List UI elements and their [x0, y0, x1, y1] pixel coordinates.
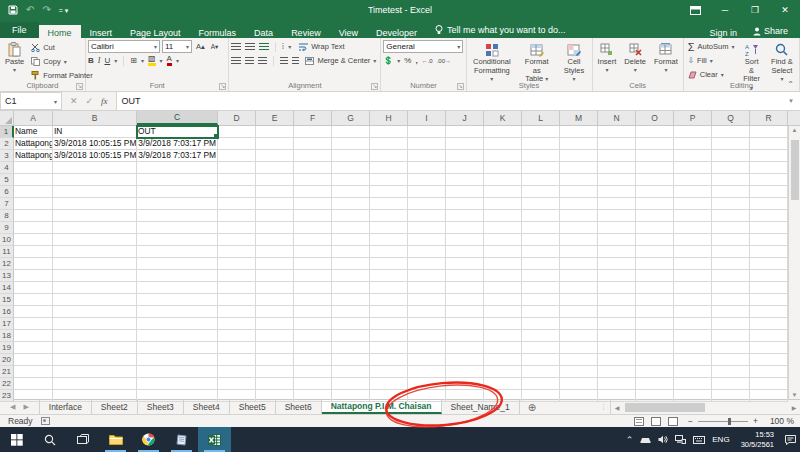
cell-Q14[interactable]: [712, 282, 750, 294]
row-header-17[interactable]: 17: [0, 318, 14, 330]
autosum-button[interactable]: ΣAutoSum▾: [686, 40, 737, 53]
cell-F2[interactable]: [294, 138, 332, 150]
cell-E14[interactable]: [256, 282, 294, 294]
cell-C1[interactable]: OUT: [137, 126, 218, 138]
cell-L22[interactable]: [522, 378, 560, 390]
cell-D14[interactable]: [218, 282, 256, 294]
column-header-G[interactable]: G: [332, 111, 370, 125]
decrease-decimal-icon[interactable]: .00→: [437, 58, 451, 64]
cell-N19[interactable]: [598, 342, 636, 354]
row-header-16[interactable]: 16: [0, 306, 14, 318]
cell-J21[interactable]: [446, 366, 484, 378]
cell-L14[interactable]: [522, 282, 560, 294]
cell-J7[interactable]: [446, 198, 484, 210]
cell-C11[interactable]: [137, 246, 218, 258]
cell-K5[interactable]: [484, 174, 522, 186]
cell-G2[interactable]: [332, 138, 370, 150]
cell-styles-button[interactable]: Cell Styles ▾: [558, 40, 589, 85]
cell-E9[interactable]: [256, 222, 294, 234]
cell-F8[interactable]: [294, 210, 332, 222]
cell-H20[interactable]: [370, 354, 408, 366]
cell-P22[interactable]: [674, 378, 712, 390]
speaker-icon[interactable]: [658, 435, 668, 444]
cell-Q1[interactable]: [712, 126, 750, 138]
cell-P19[interactable]: [674, 342, 712, 354]
cell-F10[interactable]: [294, 234, 332, 246]
cell-P15[interactable]: [674, 294, 712, 306]
cell-L11[interactable]: [522, 246, 560, 258]
name-box[interactable]: C1 ▾: [0, 92, 62, 110]
cell-I12[interactable]: [408, 258, 446, 270]
row-header-13[interactable]: 13: [0, 270, 14, 282]
cell-H17[interactable]: [370, 318, 408, 330]
cell-E11[interactable]: [256, 246, 294, 258]
cell-M1[interactable]: [560, 126, 598, 138]
cell-K3[interactable]: [484, 150, 522, 162]
cell-K6[interactable]: [484, 186, 522, 198]
cell-O13[interactable]: [636, 270, 674, 282]
cell-I10[interactable]: [408, 234, 446, 246]
cell-C17[interactable]: [137, 318, 218, 330]
cell-E18[interactable]: [256, 330, 294, 342]
align-bottom-icon[interactable]: [259, 43, 269, 50]
cell-R15[interactable]: [750, 294, 788, 306]
increase-decimal-icon[interactable]: ←.0: [422, 58, 433, 64]
sheet-tab-nattapong-p-i-m-chaisan[interactable]: Nattapong P.I.M. Chaisan: [322, 400, 442, 414]
cell-A21[interactable]: [14, 366, 53, 378]
cell-D23[interactable]: [218, 390, 256, 402]
cell-K22[interactable]: [484, 378, 522, 390]
cell-I23[interactable]: [408, 390, 446, 402]
cell-R23[interactable]: [750, 390, 788, 402]
cell-J16[interactable]: [446, 306, 484, 318]
cell-B19[interactable]: [53, 342, 137, 354]
cell-J3[interactable]: [446, 150, 484, 162]
cell-K7[interactable]: [484, 198, 522, 210]
cell-G14[interactable]: [332, 282, 370, 294]
sheet-nav-left-icon[interactable]: ◀: [10, 403, 15, 411]
cell-M14[interactable]: [560, 282, 598, 294]
cell-Q16[interactable]: [712, 306, 750, 318]
cell-N17[interactable]: [598, 318, 636, 330]
decrease-indent-icon[interactable]: [280, 57, 288, 64]
cell-L12[interactable]: [522, 258, 560, 270]
cell-L4[interactable]: [522, 162, 560, 174]
cell-P7[interactable]: [674, 198, 712, 210]
cell-M11[interactable]: [560, 246, 598, 258]
cell-L3[interactable]: [522, 150, 560, 162]
cell-O20[interactable]: [636, 354, 674, 366]
cell-B8[interactable]: [53, 210, 137, 222]
tell-me-box[interactable]: Tell me what you want to do...: [426, 22, 575, 38]
cell-D13[interactable]: [218, 270, 256, 282]
taskbar-clock[interactable]: 15:53 30/5/2561: [737, 430, 778, 449]
cell-G22[interactable]: [332, 378, 370, 390]
cell-G12[interactable]: [332, 258, 370, 270]
column-header-M[interactable]: M: [560, 111, 598, 125]
cell-R4[interactable]: [750, 162, 788, 174]
cell-O16[interactable]: [636, 306, 674, 318]
sheet-tab-sheet3[interactable]: Sheet3: [138, 400, 184, 414]
row-header-19[interactable]: 19: [0, 342, 14, 354]
cell-L16[interactable]: [522, 306, 560, 318]
cell-G8[interactable]: [332, 210, 370, 222]
language-indicator[interactable]: ENG: [712, 435, 729, 444]
zoom-slider-thumb[interactable]: [728, 418, 731, 425]
fill-button[interactable]: ⇩Fill▾: [686, 54, 737, 67]
cell-N15[interactable]: [598, 294, 636, 306]
cell-H14[interactable]: [370, 282, 408, 294]
cell-L7[interactable]: [522, 198, 560, 210]
cell-E21[interactable]: [256, 366, 294, 378]
cell-O22[interactable]: [636, 378, 674, 390]
row-header-21[interactable]: 21: [0, 366, 14, 378]
cell-P3[interactable]: [674, 150, 712, 162]
conditional-formatting-button[interactable]: Conditional Formatting ▾: [469, 40, 515, 85]
cell-R21[interactable]: [750, 366, 788, 378]
cell-I14[interactable]: [408, 282, 446, 294]
cell-C5[interactable]: [137, 174, 218, 186]
cell-K14[interactable]: [484, 282, 522, 294]
cell-O18[interactable]: [636, 330, 674, 342]
row-header-7[interactable]: 7: [0, 198, 14, 210]
cell-G7[interactable]: [332, 198, 370, 210]
cell-J15[interactable]: [446, 294, 484, 306]
cell-O2[interactable]: [636, 138, 674, 150]
cell-D17[interactable]: [218, 318, 256, 330]
